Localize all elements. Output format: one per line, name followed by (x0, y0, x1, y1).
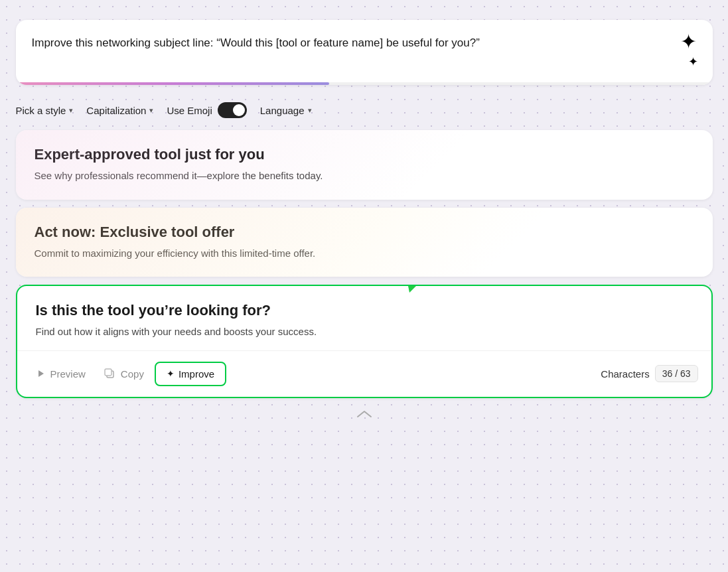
svg-marker-0 (407, 285, 416, 293)
char-counter: Characters 36 / 63 (601, 365, 697, 382)
progress-bar (16, 82, 330, 85)
arrow-annotation (373, 285, 506, 293)
style-picker[interactable]: Pick a style ▾ (16, 105, 74, 116)
action-bar-left: Preview Copy ✦ Improve (31, 362, 601, 386)
progress-bar-container (16, 82, 713, 85)
card-2-title: Act now: Exclusive tool offer (35, 224, 694, 241)
chevron-up-icon (354, 409, 374, 419)
capitalization-label: Capitalization (86, 105, 146, 116)
language-chevron: ▾ (308, 106, 312, 115)
characters-label: Characters (601, 368, 649, 380)
preview-label: Preview (50, 368, 86, 380)
toolbar: Pick a style ▾ Capitalization ▾ Use Emoj… (16, 93, 713, 122)
svg-rect-2 (105, 369, 111, 376)
result-card-1[interactable]: Expert-approved tool just for you See wh… (16, 130, 713, 200)
language-picker[interactable]: Language ▾ (260, 105, 312, 116)
language-label: Language (260, 105, 305, 116)
copy-icon (104, 368, 115, 379)
main-container: Improve this networking subject line: “W… (16, 13, 713, 422)
capitalization-picker[interactable]: Capitalization ▾ (86, 105, 153, 116)
style-label: Pick a style (16, 105, 66, 116)
card-2-subtitle: Commit to maximizing your efficiency wit… (35, 246, 694, 261)
copy-button[interactable]: Copy (96, 364, 152, 384)
emoji-toggle-group: Use Emoji (167, 102, 246, 118)
sparkle-icon: ✦✦ (680, 32, 697, 72)
card-1-title: Expert-approved tool just for you (35, 146, 694, 163)
input-text: Improve this networking subject line: “W… (32, 35, 680, 52)
style-chevron: ▾ (69, 106, 73, 115)
card-3-title: Is this the tool you’re looking for? (36, 302, 693, 319)
improve-label: Improve (179, 368, 214, 380)
action-bar: Preview Copy ✦ Improve Characters 36 / 6… (17, 350, 711, 397)
preview-icon (38, 370, 44, 377)
toggle-knob (233, 104, 245, 116)
improve-sparkle-icon: ✦ (167, 368, 175, 379)
card-3-subtitle: Find out how it aligns with your needs a… (36, 324, 693, 340)
result-card-3[interactable]: Is this the tool you’re looking for? Fin… (16, 285, 713, 398)
collapse-handle[interactable] (16, 406, 713, 422)
emoji-label: Use Emoji (167, 105, 212, 116)
card-1-subtitle: See why professionals recommend it—explo… (35, 169, 694, 184)
result-card-2[interactable]: Act now: Exclusive tool offer Commit to … (16, 208, 713, 277)
copy-label: Copy (121, 368, 144, 380)
emoji-toggle[interactable] (218, 102, 247, 118)
preview-button[interactable]: Preview (31, 364, 94, 384)
improve-button[interactable]: ✦ Improve (155, 362, 226, 386)
char-badge: 36 / 63 (655, 365, 698, 382)
capitalization-chevron: ▾ (149, 106, 153, 115)
input-card: Improve this networking subject line: “W… (16, 20, 713, 85)
